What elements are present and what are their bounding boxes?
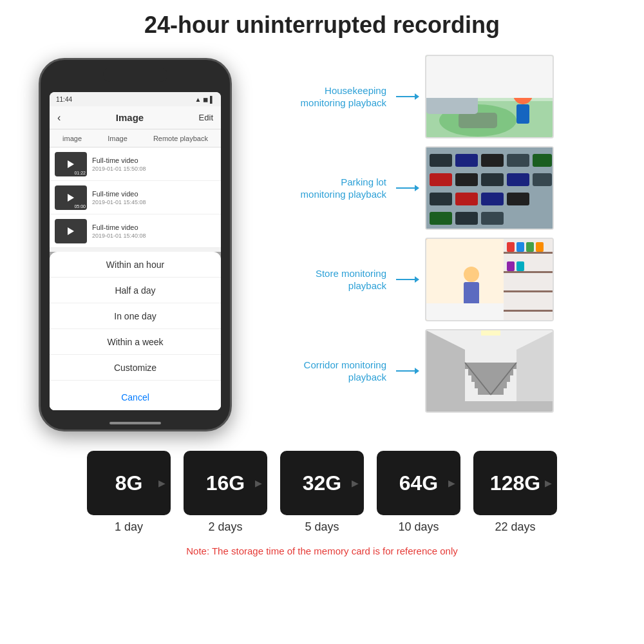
sdcard-days-4: 22 days bbox=[495, 520, 535, 534]
sdcard-section: 8G 1 day 16G 2 days 32G 5 days 64G 10 da… bbox=[0, 438, 644, 540]
phone-status-bar: 11:44 ▲ ◼ ▌ bbox=[50, 92, 221, 106]
svg-rect-7 bbox=[426, 56, 554, 98]
play-icon-3 bbox=[68, 227, 74, 235]
video-name-3: Full-time video bbox=[92, 223, 146, 231]
svg-rect-38 bbox=[516, 261, 524, 271]
sdcard-item-0: 8G 1 day bbox=[87, 451, 171, 534]
dropdown-item-within-hour[interactable]: Within an hour bbox=[50, 252, 221, 278]
svg-rect-49 bbox=[475, 382, 507, 388]
connector-line-housekeeping bbox=[396, 96, 415, 97]
connector-line-store bbox=[396, 279, 415, 280]
edit-button[interactable]: Edit bbox=[199, 113, 213, 122]
video-thumb-1: 01:22 bbox=[55, 152, 87, 176]
video-thumb-3 bbox=[55, 219, 87, 243]
sdcard-item-3: 64G 10 days bbox=[377, 451, 460, 534]
monitoring-image-housekeeping bbox=[425, 55, 554, 138]
dropdown-cancel-button[interactable]: Cancel bbox=[50, 384, 221, 410]
svg-rect-3 bbox=[459, 113, 497, 128]
connector-line-parking bbox=[396, 187, 415, 189]
dropdown-item-week[interactable]: Within a week bbox=[50, 329, 221, 355]
phone-icons: ▲ ◼ ▌ bbox=[194, 96, 214, 103]
sdcard-size-2: 32G bbox=[303, 471, 341, 495]
svg-rect-32 bbox=[504, 310, 554, 312]
video-info-1: Full-time video 2019-01-01 15:50:08 bbox=[92, 156, 146, 172]
tab-image1[interactable]: image bbox=[62, 135, 82, 142]
note-text: Note: The storage time of the memory car… bbox=[186, 545, 458, 556]
video-name-2: Full-time video bbox=[92, 190, 146, 198]
svg-rect-46 bbox=[465, 363, 516, 369]
video-thumb-2: 05:00 bbox=[55, 185, 87, 210]
svg-rect-22 bbox=[481, 193, 504, 205]
phone-time: 11:44 bbox=[56, 96, 72, 103]
play-icon-2 bbox=[68, 194, 74, 202]
connector-parking bbox=[396, 187, 415, 189]
dropdown-item-half-day[interactable]: Half a day bbox=[50, 278, 221, 303]
svg-rect-20 bbox=[430, 193, 452, 205]
svg-rect-26 bbox=[481, 212, 504, 225]
video-item-1[interactable]: 01:22 Full-time video 2019-01-01 15:50:0… bbox=[50, 147, 221, 181]
monitoring-item-store: Store monitoringplayback bbox=[270, 238, 631, 321]
video-item-2[interactable]: 05:00 Full-time video 2019-01-01 15:45:0… bbox=[50, 181, 221, 214]
video-duration-1: 01:22 bbox=[74, 171, 86, 175]
sdcard-days-2: 5 days bbox=[305, 520, 339, 534]
screen-title: Image bbox=[116, 112, 144, 123]
dropdown-item-customize[interactable]: Customize bbox=[50, 355, 221, 381]
page-header: 24-hour uninterrupted recording bbox=[0, 0, 644, 45]
video-info-3: Full-time video 2019-01-01 15:40:08 bbox=[92, 223, 146, 239]
sdcard-days-3: 10 days bbox=[398, 520, 439, 534]
svg-rect-25 bbox=[455, 212, 478, 225]
monitoring-section: Housekeepingmonitoring playback bbox=[258, 52, 631, 431]
tab-image2[interactable]: Image bbox=[108, 135, 128, 142]
svg-rect-21 bbox=[455, 193, 478, 205]
video-duration-2: 05:00 bbox=[74, 204, 86, 209]
sdcard-size-3: 64G bbox=[399, 471, 438, 495]
page-title: 24-hour uninterrupted recording bbox=[0, 12, 644, 39]
sdcard-visual-0: 8G bbox=[87, 451, 171, 515]
connector-line-corridor bbox=[396, 370, 415, 372]
svg-rect-15 bbox=[430, 173, 452, 186]
phone-screen: 11:44 ▲ ◼ ▌ ‹ Image Edit image Image Rem… bbox=[50, 92, 221, 410]
svg-rect-11 bbox=[455, 154, 478, 167]
svg-point-39 bbox=[464, 267, 479, 282]
connector-housekeeping bbox=[396, 96, 415, 97]
sdcard-days-1: 2 days bbox=[208, 520, 242, 534]
sdcard-size-1: 16G bbox=[206, 471, 245, 495]
svg-rect-54 bbox=[481, 330, 500, 336]
svg-rect-33 bbox=[507, 242, 515, 252]
video-date-1: 2019-01-01 15:50:08 bbox=[92, 166, 146, 172]
svg-rect-35 bbox=[526, 242, 534, 252]
sdcard-item-2: 32G 5 days bbox=[280, 451, 364, 534]
svg-rect-10 bbox=[430, 154, 452, 167]
phone-nav-bar: ‹ Image Edit bbox=[50, 106, 221, 129]
dropdown-menu: Within an hour Half a day In one day Wit… bbox=[50, 252, 221, 410]
video-item-3[interactable]: Full-time video 2019-01-01 15:40:08 bbox=[50, 214, 221, 248]
sdcard-item-4: 128G 22 days bbox=[473, 451, 557, 534]
monitoring-item-housekeeping: Housekeepingmonitoring playback bbox=[270, 55, 631, 138]
home-indicator bbox=[109, 422, 161, 424]
svg-rect-13 bbox=[507, 154, 529, 167]
video-date-3: 2019-01-01 15:40:08 bbox=[92, 232, 146, 239]
sdcard-days-0: 1 day bbox=[115, 520, 143, 534]
svg-rect-12 bbox=[481, 154, 504, 167]
monitoring-label-housekeeping: Housekeepingmonitoring playback bbox=[270, 84, 386, 109]
monitoring-label-parking: Parking lotmonitoring playback bbox=[270, 176, 386, 201]
tab-remote-playback[interactable]: Remote playback bbox=[153, 135, 208, 142]
video-name-1: Full-time video bbox=[92, 156, 146, 164]
video-date-2: 2019-01-01 15:45:08 bbox=[92, 199, 146, 205]
sdcard-visual-1: 16G bbox=[184, 451, 267, 515]
svg-rect-16 bbox=[455, 173, 478, 186]
svg-rect-24 bbox=[430, 212, 452, 225]
monitoring-label-store: Store monitoringplayback bbox=[270, 267, 386, 292]
svg-rect-17 bbox=[481, 173, 504, 186]
monitoring-image-corridor bbox=[425, 329, 554, 413]
back-button[interactable]: ‹ bbox=[57, 112, 61, 124]
svg-rect-34 bbox=[516, 242, 524, 252]
phone-section: 11:44 ▲ ◼ ▌ ‹ Image Edit image Image Rem… bbox=[13, 52, 258, 431]
dropdown-item-one-day[interactable]: In one day bbox=[50, 303, 221, 329]
monitoring-label-corridor: Corridor monitoringplayback bbox=[270, 359, 386, 384]
sdcard-size-4: 128G bbox=[490, 471, 540, 495]
dropdown-overlay: Within an hour Half a day In one day Wit… bbox=[50, 252, 221, 410]
monitoring-image-store bbox=[425, 238, 554, 321]
svg-rect-41 bbox=[426, 303, 504, 321]
connector-store bbox=[396, 279, 415, 280]
